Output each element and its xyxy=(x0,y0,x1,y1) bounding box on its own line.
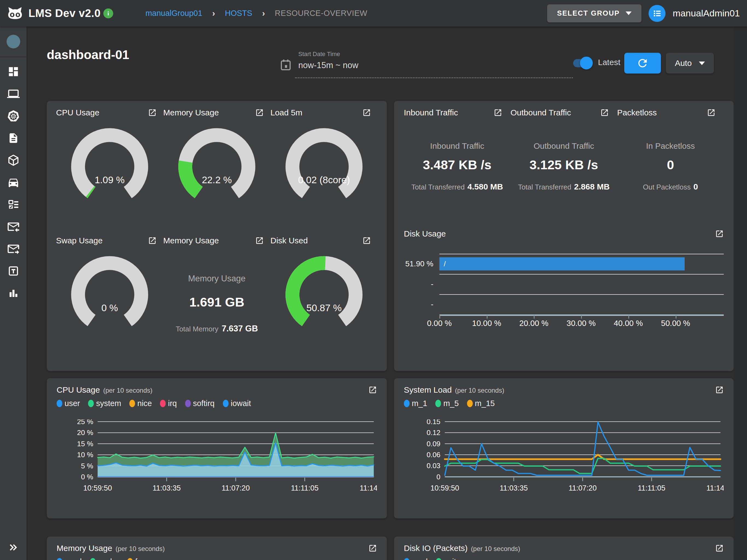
disk-usage-bar-chart: 51.90 %--/0.00 %10.00 %20.00 %30.00 %40.… xyxy=(404,254,724,327)
gauge-cell-disk-used: Disk Used 50.87 % xyxy=(271,236,378,364)
refresh-button[interactable] xyxy=(624,53,661,74)
username[interactable]: manualAdmin01 xyxy=(673,8,740,19)
svg-text:10:59:50: 10:59:50 xyxy=(83,484,112,492)
disk-io-legend: readwrite xyxy=(404,557,724,560)
legend-label: free xyxy=(135,557,149,560)
total-memory: Total Memory7.637 GB xyxy=(176,324,258,334)
legend-item[interactable]: m_15 xyxy=(467,399,495,408)
select-group-button[interactable]: SELECT GROUP xyxy=(547,4,641,22)
legend-item[interactable]: write xyxy=(436,557,460,560)
laptop-icon[interactable] xyxy=(7,87,20,100)
calendar-icon[interactable] xyxy=(279,58,292,73)
legend-label: m_5 xyxy=(443,399,459,408)
bar-chart-icon[interactable] xyxy=(7,287,20,299)
legend-item[interactable]: cache xyxy=(90,557,119,560)
panel-resource-gauges: CPU Usage 1.09 % Memory Usage 22.2 % Loa… xyxy=(47,101,387,371)
date-range-input[interactable]: now-15m ~ now xyxy=(298,60,358,70)
breadcrumb-hosts[interactable]: HOSTS xyxy=(225,9,252,18)
gauge-cell-memory-usage: Memory Usage 22.2 % xyxy=(163,108,271,236)
svg-text:11:03:35: 11:03:35 xyxy=(499,484,528,492)
list-icon xyxy=(652,8,662,18)
system-load-chart: 0.150.120.090.060.03010:59:5011:03:3511:… xyxy=(404,419,724,494)
select-group-label: SELECT GROUP xyxy=(557,9,620,18)
legend-item[interactable]: system xyxy=(88,399,121,408)
caret-down-icon xyxy=(699,61,705,65)
sidebar-profile-circle[interactable] xyxy=(6,35,20,48)
legend-label: m_15 xyxy=(475,399,495,408)
open-in-new-icon[interactable] xyxy=(362,108,371,117)
breadcrumb-group[interactable]: manualGroup01 xyxy=(146,9,202,18)
legend-item[interactable]: free xyxy=(127,557,149,560)
legend-item[interactable]: irq xyxy=(160,399,177,408)
legend-dot-icon xyxy=(223,400,229,407)
open-in-new-icon[interactable] xyxy=(715,544,724,553)
svg-text:0.03: 0.03 xyxy=(427,462,440,469)
legend-label: cache xyxy=(98,557,119,560)
legend-dot-icon xyxy=(160,400,166,407)
text-title-icon[interactable] xyxy=(7,265,20,277)
open-in-new-icon[interactable] xyxy=(493,108,502,117)
open-in-new-icon[interactable] xyxy=(255,108,264,117)
open-in-new-icon[interactable] xyxy=(707,108,716,117)
open-in-new-icon[interactable] xyxy=(715,229,724,238)
open-in-new-icon[interactable] xyxy=(600,108,609,117)
gauge-cell-swap-usage: Swap Usage 0 % xyxy=(56,236,163,364)
auto-refresh-select[interactable]: Auto xyxy=(666,53,714,74)
outbound-mail-icon[interactable] xyxy=(7,243,20,255)
legend-item[interactable]: iowait xyxy=(223,399,251,408)
panel-title-outbound: Outbound Traffic xyxy=(511,108,571,117)
legend-dot-icon xyxy=(435,400,441,407)
svg-text:20 %: 20 % xyxy=(77,429,93,437)
open-in-new-icon[interactable] xyxy=(368,544,377,553)
legend-item[interactable]: softirq xyxy=(185,399,215,408)
svg-text:10:59:50: 10:59:50 xyxy=(430,484,459,492)
dashboard-icon[interactable] xyxy=(7,65,20,78)
legend-item[interactable]: user xyxy=(57,399,80,408)
document-icon[interactable] xyxy=(7,132,20,144)
open-in-new-icon[interactable] xyxy=(148,108,157,117)
panel-system-load-chart: System Load(per 10 seconds) m_1m_5m_15 0… xyxy=(394,378,733,518)
user-avatar[interactable] xyxy=(649,5,666,22)
panel-subtitle: (per 10 seconds) xyxy=(115,545,164,553)
legend-dot-icon xyxy=(57,558,62,560)
panel-disk-io-chart: Disk IO (Packets)(per 10 seconds) readwr… xyxy=(394,536,733,560)
checklist-icon[interactable] xyxy=(7,198,20,211)
svg-text:1.09 %: 1.09 % xyxy=(95,175,125,185)
legend-label: iowait xyxy=(231,399,251,408)
inbound-mail-icon[interactable] xyxy=(7,221,20,233)
kubernetes-icon[interactable] xyxy=(7,110,20,122)
sidebar xyxy=(0,27,27,560)
gauge-title: Load 5m xyxy=(271,108,302,117)
latest-toggle[interactable] xyxy=(573,59,591,67)
latest-toggle-label: Latest xyxy=(598,58,620,67)
legend-item[interactable]: nice xyxy=(129,399,152,408)
open-in-new-icon[interactable] xyxy=(715,385,724,394)
cpu-usage-chart: 25 %20 %15 %10 %5 %0 %10:59:5011:03:3511… xyxy=(57,419,377,494)
legend-label: read xyxy=(412,557,428,560)
legend-label: write xyxy=(444,557,460,560)
double-chevron-right-icon[interactable] xyxy=(0,542,27,553)
legend-item[interactable]: used xyxy=(57,557,82,560)
cube-icon[interactable] xyxy=(7,154,20,167)
open-in-new-icon[interactable] xyxy=(362,236,371,245)
gauge-title: Memory Usage xyxy=(163,108,219,117)
car-icon[interactable] xyxy=(7,176,20,189)
info-icon[interactable]: i xyxy=(103,8,113,18)
panel-subtitle: (per 10 seconds) xyxy=(455,387,504,394)
legend-item[interactable]: m_1 xyxy=(404,399,427,408)
caret-down-icon xyxy=(626,11,632,15)
svg-text:22.2 %: 22.2 % xyxy=(202,175,232,185)
memory-usage-text-cell: Memory Usage Memory Usage 1.691 GB Total… xyxy=(163,236,271,364)
svg-text:11:11:05: 11:11:05 xyxy=(291,484,318,492)
open-in-new-icon[interactable] xyxy=(148,236,157,245)
sidebar-divider xyxy=(0,57,27,57)
cpu-usage-gauge: 1.09 % xyxy=(56,127,163,202)
svg-text:0.12: 0.12 xyxy=(427,429,440,436)
legend-dot-icon xyxy=(467,400,473,407)
owl-logo-icon[interactable] xyxy=(7,7,23,20)
open-in-new-icon[interactable] xyxy=(368,385,377,394)
legend-item[interactable]: m_5 xyxy=(435,399,459,408)
open-in-new-icon[interactable] xyxy=(255,236,264,245)
page-title: dashboard-01 xyxy=(47,47,129,62)
legend-item[interactable]: read xyxy=(404,557,428,560)
